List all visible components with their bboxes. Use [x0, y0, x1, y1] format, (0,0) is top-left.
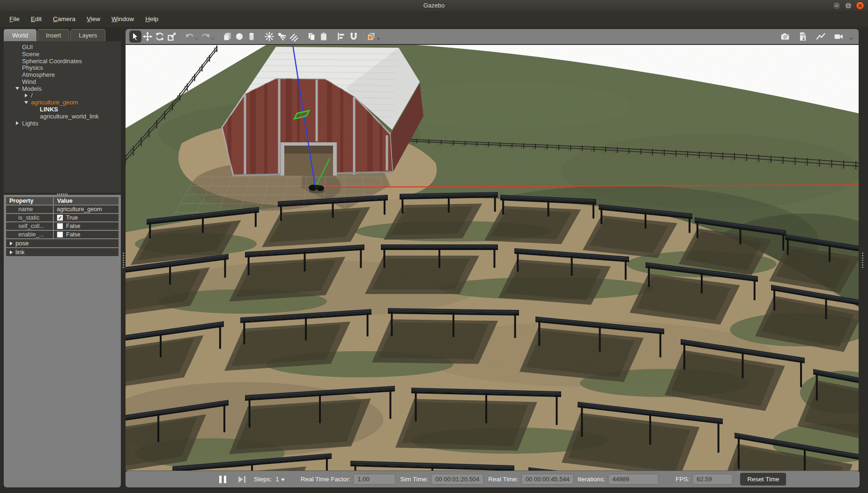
plot-icon[interactable]	[815, 30, 827, 43]
tree-item-[interactable]: /	[4, 92, 121, 99]
dropdown-caret-icon[interactable]	[211, 38, 215, 40]
minimize-button[interactable]: –	[832, 1, 841, 10]
menu-bar: FileEditCameraViewWindowHelp	[0, 11, 868, 27]
steps-label: Steps:	[254, 476, 272, 483]
left-panel: WorldInsertLayers GUISceneSpherical Coor…	[4, 29, 121, 487]
steps-dropdown-icon[interactable]	[281, 478, 285, 481]
collapse-arrow-icon[interactable]	[22, 101, 30, 104]
step-button[interactable]	[238, 476, 245, 483]
left-splitter-handle[interactable]	[123, 253, 124, 269]
tree-item-links[interactable]: LINKS	[4, 106, 121, 113]
property-group-pose[interactable]: pose	[6, 239, 119, 247]
copy-icon[interactable]	[305, 30, 318, 43]
tree-item-label: Models	[22, 85, 42, 92]
property-value[interactable]: agriculture_geom	[54, 206, 119, 213]
select-icon[interactable]	[129, 30, 141, 43]
right-splitter-handle[interactable]	[862, 253, 863, 269]
tree-item-label: agriculture_world_link	[40, 113, 99, 120]
tree-item-atmosphere[interactable]: Atmosphere	[4, 71, 121, 78]
checkbox-unchecked-icon[interactable]	[57, 223, 63, 229]
property-column-header: Property	[6, 197, 53, 205]
tree-item-physics[interactable]: Physics	[4, 64, 121, 71]
tree-item-label: /	[31, 92, 33, 99]
redo-icon[interactable]	[200, 30, 212, 43]
tree-item-wind[interactable]: Wind	[4, 78, 121, 85]
log-record-icon[interactable]: LOG	[797, 30, 809, 43]
tree-item-agriculture-world-link[interactable]: agriculture_world_link	[4, 113, 121, 120]
value-column-header: Value	[54, 197, 119, 205]
cylinder-icon[interactable]	[245, 30, 258, 43]
directional-light-icon[interactable]	[288, 30, 300, 43]
property-name: is_static	[6, 214, 53, 221]
checkbox-checked-icon[interactable]: ✓	[57, 214, 63, 221]
dropdown-caret-icon[interactable]	[195, 38, 199, 40]
menu-camera[interactable]: Camera	[48, 11, 80, 27]
menu-window[interactable]: Window	[107, 11, 139, 27]
checkbox-unchecked-icon[interactable]	[57, 231, 63, 238]
steps-value[interactable]: 1	[275, 476, 279, 483]
expand-arrow-icon[interactable]	[10, 250, 13, 254]
real-time-value: 00 00:00:45.544	[521, 474, 574, 485]
render-viewport[interactable]	[126, 45, 859, 471]
tree-item-agriculture-geom[interactable]: agriculture_geom	[4, 99, 121, 106]
simulation-status-bar: Steps: 1 Real Time Factor: 1.00 Sim Time…	[126, 471, 860, 487]
tab-world[interactable]: World	[4, 29, 37, 41]
sphere-icon[interactable]	[233, 30, 245, 43]
toolbar-separator	[218, 31, 219, 42]
rotate-icon[interactable]	[154, 30, 166, 43]
tree-item-models[interactable]: Models	[4, 85, 121, 92]
property-group-link[interactable]: link	[6, 248, 119, 256]
translate-icon[interactable]	[141, 30, 154, 43]
tree-item-gui[interactable]: GUI	[4, 44, 121, 51]
collapse-arrow-icon[interactable]	[14, 87, 21, 90]
menu-edit[interactable]: Edit	[26, 11, 46, 27]
tree-item-label: LINKS	[40, 106, 58, 113]
scene-3d[interactable]	[126, 45, 859, 471]
property-table: PropertyValuenameagriculture_geomis_stat…	[6, 197, 119, 256]
dropdown-caret-icon[interactable]	[377, 38, 380, 40]
toolbar-separator	[302, 31, 303, 42]
video-record-icon[interactable]	[832, 30, 845, 43]
snap-icon[interactable]	[348, 30, 360, 43]
pause-button[interactable]	[219, 476, 226, 483]
maximize-button[interactable]	[844, 1, 853, 10]
group-label: pose	[15, 240, 29, 247]
tree-item-label: Lights	[22, 120, 38, 127]
tree-item-label: Scene	[22, 51, 39, 58]
dropdown-caret-icon[interactable]	[849, 38, 853, 40]
sim-time-value: 00 00:01:20.504	[431, 474, 483, 485]
render-toolbar: LOG	[126, 29, 859, 45]
toolbar-separator	[260, 31, 261, 42]
scale-icon[interactable]	[166, 30, 178, 43]
reset-time-button[interactable]: Reset Time	[740, 473, 786, 486]
screenshot-icon[interactable]	[779, 30, 791, 43]
value-text: False	[66, 231, 81, 238]
tree-item-label: Wind	[22, 78, 36, 85]
tree-item-label: Atmosphere	[22, 71, 55, 78]
menu-file[interactable]: File	[5, 11, 24, 27]
tree-item-spherical-coordinates[interactable]: Spherical Coordinates	[4, 58, 121, 65]
property-value[interactable]: False	[54, 231, 119, 238]
tree-item-lights[interactable]: Lights	[4, 120, 121, 127]
expand-arrow-icon[interactable]	[14, 121, 21, 125]
fps-label: FPS:	[675, 476, 690, 483]
menu-view[interactable]: View	[82, 11, 105, 27]
box-icon[interactable]	[221, 30, 233, 43]
close-button[interactable]: ✕	[856, 1, 864, 10]
undo-icon[interactable]	[184, 30, 196, 43]
expand-arrow-icon[interactable]	[22, 94, 30, 97]
texture-overlay	[126, 45, 859, 471]
menu-help[interactable]: Help	[141, 11, 163, 27]
tree-item-scene[interactable]: Scene	[4, 51, 121, 58]
tab-layers[interactable]: Layers	[70, 29, 105, 41]
property-value[interactable]: ✓True	[54, 214, 119, 221]
align-icon[interactable]	[335, 30, 348, 43]
svg-text:LOG: LOG	[801, 33, 806, 36]
view-angle-icon[interactable]	[365, 30, 378, 43]
tab-insert[interactable]: Insert	[37, 29, 70, 41]
point-light-icon[interactable]	[263, 30, 275, 43]
paste-icon[interactable]	[318, 30, 330, 43]
expand-arrow-icon[interactable]	[10, 242, 13, 245]
spot-light-icon[interactable]	[275, 30, 288, 43]
property-value[interactable]: False	[54, 222, 119, 230]
